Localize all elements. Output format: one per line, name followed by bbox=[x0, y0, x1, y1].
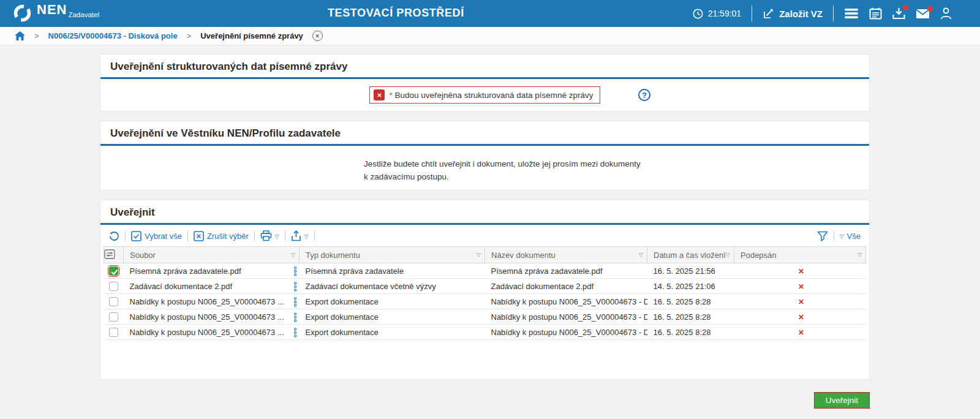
structured-data-alert[interactable]: ✕ * Budou uveřejněna strukturovaná data … bbox=[369, 86, 600, 104]
logo-text: NEN bbox=[37, 3, 67, 17]
column-filter-icon[interactable]: ▽ bbox=[477, 252, 481, 258]
doc-type: Písemná zpráva zadavatele bbox=[306, 266, 404, 276]
column-header-nazev-dokumentu[interactable]: Název dokumentu▽ bbox=[485, 247, 647, 263]
publish-section: Uveřejnit Vybrat vše bbox=[100, 200, 870, 380]
export-button[interactable]: ▽ bbox=[291, 230, 309, 241]
toolbar-separator bbox=[254, 231, 255, 241]
dropdown-icon: ▽ bbox=[304, 233, 309, 240]
bulletin-section: Uveřejnění ve Věstníku NEN/Profilu zadav… bbox=[100, 121, 870, 191]
nen-logo[interactable]: NEN Zadavatel bbox=[12, 3, 99, 23]
file-name: Nabídky k postupu N006_25_V00004673 ... bbox=[130, 312, 284, 322]
doc-name: Písemná zpráva zadavatele.pdf bbox=[491, 266, 603, 276]
section-title: Uveřejnění ve Věstníku NEN/Profilu zadav… bbox=[100, 121, 869, 146]
table-row[interactable]: Nabídky k postupu N006_25_V00004673 ... … bbox=[104, 294, 866, 309]
table-empty-space bbox=[100, 340, 869, 379]
doc-type: Export dokumentace bbox=[306, 312, 379, 322]
messages-button[interactable] bbox=[916, 9, 930, 19]
row-checkbox[interactable] bbox=[109, 328, 118, 337]
column-filter-icon[interactable]: ▽ bbox=[639, 252, 643, 258]
table-row[interactable]: Nabídky k postupu N006_25_V00004673 ... … bbox=[104, 309, 866, 325]
export-icon bbox=[291, 230, 301, 241]
row-checkbox[interactable] bbox=[109, 282, 118, 291]
topbar-divider bbox=[833, 6, 834, 21]
row-checkbox[interactable] bbox=[109, 297, 118, 306]
clear-selection-label: Zrušit výběr bbox=[207, 232, 249, 241]
chevron-right-icon: > bbox=[187, 31, 192, 40]
home-icon bbox=[15, 31, 25, 40]
row-checkbox[interactable] bbox=[109, 312, 118, 322]
breadcrumb: > N006/25/V00004673 - Disková pole > Uve… bbox=[0, 27, 980, 45]
print-icon bbox=[260, 230, 272, 241]
help-icon[interactable]: ? bbox=[638, 89, 650, 101]
breadcrumb-procurement-link[interactable]: N006/25/V00004673 - Disková pole bbox=[48, 31, 178, 40]
notification-dot bbox=[903, 5, 908, 10]
column-filter-icon[interactable]: ▽ bbox=[291, 252, 295, 258]
filter-funnel-icon bbox=[817, 231, 828, 241]
column-filter-icon[interactable]: ▽ bbox=[726, 252, 730, 258]
refresh-button[interactable] bbox=[109, 231, 119, 241]
insert-date: 16. 5. 2025 8:28 bbox=[654, 297, 711, 306]
row-menu-icon[interactable] bbox=[293, 266, 297, 276]
row-menu-icon[interactable] bbox=[293, 312, 297, 322]
alert-text: * Budou uveřejněna strukturovaná data pí… bbox=[389, 91, 593, 100]
downloads-button[interactable] bbox=[892, 7, 905, 20]
file-name: Nabídky k postupu N006_25_V00004673 ... bbox=[130, 297, 284, 306]
scope-dropdown[interactable]: ▽ Vše bbox=[840, 232, 861, 241]
table-row[interactable]: Zadávací dokumentace 2.pdf Zadávací doku… bbox=[104, 279, 866, 294]
select-all-icon bbox=[131, 231, 141, 241]
toolbar-separator bbox=[125, 231, 126, 241]
user-profile-button[interactable] bbox=[940, 7, 952, 20]
not-signed-icon: ✕ bbox=[798, 282, 804, 291]
close-tab-icon[interactable]: ✕ bbox=[312, 31, 323, 41]
section-title: Uveřejnit bbox=[100, 200, 869, 225]
user-icon bbox=[940, 7, 952, 20]
column-header-datum[interactable]: Datum a čas vložení▽ bbox=[647, 247, 734, 263]
table-row[interactable]: Písemná zpráva zadavatele.pdf Písemná zp… bbox=[104, 263, 866, 279]
clock-icon bbox=[693, 9, 703, 19]
table-row[interactable]: Nabídky k postupu N006_25_V00004673 ... … bbox=[104, 325, 866, 340]
row-checkbox[interactable] bbox=[109, 266, 118, 276]
not-signed-icon: ✕ bbox=[798, 267, 804, 276]
doc-type: Export dokumentace bbox=[306, 328, 379, 337]
select-all-label: Vybrat vše bbox=[145, 232, 182, 241]
toolbar-separator bbox=[285, 231, 285, 241]
row-menu-icon[interactable] bbox=[293, 297, 297, 307]
doc-name: Zadávací dokumentace 2.pdf bbox=[491, 282, 594, 291]
calendar-button[interactable] bbox=[869, 7, 882, 20]
column-settings-icon bbox=[104, 249, 115, 259]
row-menu-icon[interactable] bbox=[293, 282, 297, 292]
notification-dot bbox=[927, 6, 933, 12]
insert-date: 16. 5. 2025 21:56 bbox=[654, 266, 715, 276]
doc-type: Export dokumentace bbox=[306, 297, 379, 306]
column-settings-header[interactable] bbox=[104, 247, 124, 263]
topbar-divider bbox=[752, 6, 752, 21]
publish-button[interactable]: Uveřejnit bbox=[814, 392, 870, 409]
edit-icon bbox=[763, 8, 774, 20]
column-header-podepsan[interactable]: Podepsán▽ bbox=[734, 247, 866, 263]
menu-button[interactable] bbox=[844, 8, 859, 19]
page-content: Uveřejnění strukturovaných dat písemné z… bbox=[0, 45, 980, 409]
print-button[interactable]: ▽ bbox=[260, 230, 279, 241]
create-vz-button[interactable]: Založit VZ bbox=[763, 8, 823, 20]
clear-selection-icon bbox=[194, 231, 204, 241]
file-name: Nabídky k postupu N006_25_V00004673 ... bbox=[130, 328, 284, 337]
home-button[interactable] bbox=[15, 31, 25, 40]
column-header-soubor[interactable]: Soubor▽ bbox=[124, 247, 300, 263]
toolbar-separator bbox=[834, 231, 834, 241]
table-header-row: Soubor▽ Typ dokumentu▽ Název dokumentu▽ … bbox=[104, 247, 866, 263]
clock-group: 21:59:01 bbox=[693, 9, 742, 19]
server-time: 21:59:01 bbox=[708, 9, 742, 18]
insert-date: 16. 5. 2025 8:28 bbox=[654, 328, 711, 337]
footer-actions: Uveřejnit bbox=[100, 392, 870, 409]
row-menu-icon[interactable] bbox=[293, 328, 297, 338]
select-all-button[interactable]: Vybrat vše bbox=[131, 231, 182, 241]
not-signed-icon: ✕ bbox=[798, 328, 804, 337]
clear-selection-button[interactable]: Zrušit výběr bbox=[194, 231, 249, 241]
top-bar: NEN Zadavatel TESTOVACÍ PROSTŘEDÍ 21:59:… bbox=[0, 0, 980, 27]
column-filter-icon[interactable]: ▽ bbox=[858, 252, 862, 258]
column-header-typ-dokumentu[interactable]: Typ dokumentu▽ bbox=[300, 247, 485, 263]
breadcrumb-current-page: Uveřejnění písemné zprávy bbox=[200, 31, 303, 40]
structured-data-section: Uveřejnění strukturovaných dat písemné z… bbox=[100, 54, 870, 111]
hamburger-icon bbox=[844, 8, 859, 19]
filter-button[interactable] bbox=[817, 231, 828, 241]
